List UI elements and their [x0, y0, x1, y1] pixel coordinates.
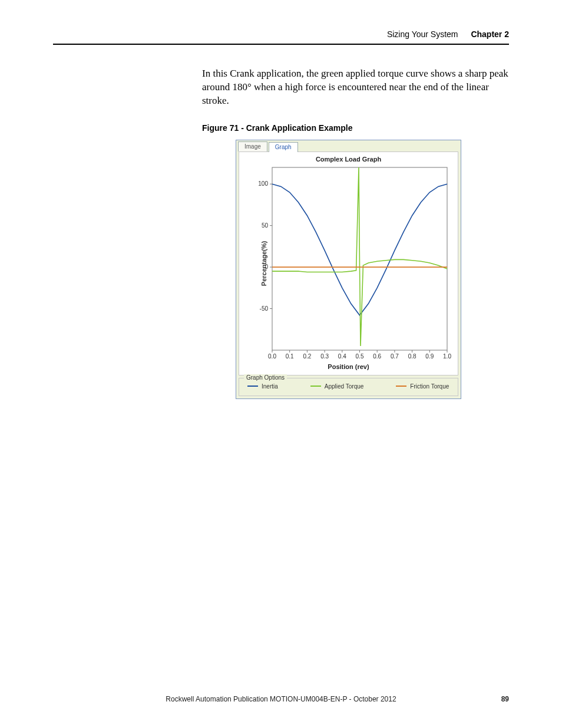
- figure-caption: Figure 71 - Crank Application Example: [202, 123, 509, 133]
- header-rule: [53, 44, 509, 45]
- swatch-applied-icon: [310, 386, 321, 387]
- chart-xlabel: Position (rev): [244, 363, 453, 370]
- svg-text:0.1: 0.1: [286, 353, 294, 360]
- chart-title: Complex Load Graph: [244, 156, 453, 163]
- legend-inertia-label: Inertia: [262, 383, 278, 390]
- figure-wrapper: Image Graph Complex Load Graph Percentag…: [236, 140, 509, 399]
- body-paragraph: In this Crank application, the green app…: [202, 67, 509, 108]
- legend-applied: Applied Torque: [310, 383, 364, 390]
- svg-text:0.9: 0.9: [425, 353, 434, 360]
- svg-text:0.3: 0.3: [320, 353, 329, 360]
- svg-text:0.4: 0.4: [338, 353, 346, 360]
- svg-text:0.0: 0.0: [268, 353, 276, 360]
- legend-friction: Friction Torque: [396, 383, 449, 390]
- svg-text:0.6: 0.6: [373, 353, 381, 360]
- swatch-friction-icon: [396, 386, 406, 387]
- header-chapter: Chapter 2: [471, 29, 509, 39]
- graph-options-label: Graph Options: [244, 374, 287, 381]
- svg-text:0.8: 0.8: [408, 353, 416, 360]
- footer-page-number: 89: [501, 695, 509, 703]
- chart-ylabel: Percentage(%): [260, 241, 267, 286]
- svg-text:0.2: 0.2: [303, 353, 311, 360]
- footer-publication: Rockwell Automation Publication MOTION-U…: [166, 695, 396, 703]
- tab-graph[interactable]: Graph: [269, 142, 298, 152]
- chart-plot: -500501000.00.10.20.30.40.50.60.70.80.91…: [244, 164, 453, 364]
- graph-options-group: Graph Options Inertia Applied Torque Fri…: [239, 378, 458, 396]
- tab-image[interactable]: Image: [238, 141, 267, 151]
- legend-inertia: Inertia: [247, 383, 278, 390]
- svg-text:-50: -50: [260, 305, 269, 311]
- svg-text:0.7: 0.7: [391, 353, 399, 360]
- legend-applied-label: Applied Torque: [325, 383, 364, 390]
- legend-friction-label: Friction Torque: [410, 383, 449, 390]
- chart-container: Complex Load Graph Percentage(%) -500501…: [239, 151, 458, 375]
- running-header: Sizing Your System Chapter 2: [53, 29, 509, 39]
- header-section: Sizing Your System: [387, 29, 458, 39]
- swatch-inertia-icon: [247, 386, 258, 387]
- svg-text:1.0: 1.0: [443, 353, 451, 360]
- tab-strip: Image Graph: [236, 140, 461, 151]
- page-footer: Rockwell Automation Publication MOTION-U…: [53, 695, 509, 703]
- svg-text:0.5: 0.5: [356, 353, 364, 360]
- svg-text:50: 50: [262, 222, 269, 228]
- legend-row: Inertia Applied Torque Friction Torque: [244, 383, 453, 390]
- svg-text:100: 100: [258, 180, 268, 187]
- graph-panel: Image Graph Complex Load Graph Percentag…: [236, 140, 461, 399]
